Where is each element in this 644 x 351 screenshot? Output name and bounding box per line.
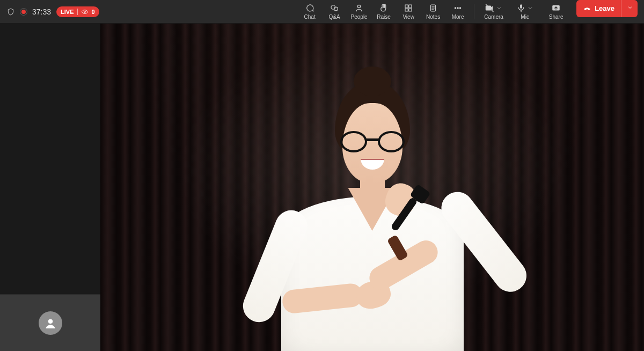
notes-icon bbox=[428, 3, 438, 13]
camera-off-icon bbox=[485, 3, 495, 13]
avatar-placeholder-icon bbox=[39, 311, 62, 335]
raise-hand-button[interactable]: Raise bbox=[372, 0, 396, 24]
leave-label: Leave bbox=[595, 4, 614, 12]
share-label: Share bbox=[549, 14, 564, 20]
more-button[interactable]: More bbox=[446, 0, 470, 24]
presenter-figure bbox=[249, 50, 496, 351]
chevron-down-icon[interactable] bbox=[527, 5, 533, 11]
leave-main[interactable]: Leave bbox=[576, 0, 621, 17]
toolbar: Chat Q&A People Raise View Notes bbox=[298, 0, 638, 24]
recording-indicator-icon bbox=[20, 9, 27, 15]
active-speaker-video[interactable] bbox=[100, 24, 644, 351]
svg-point-0 bbox=[84, 11, 85, 12]
leave-button[interactable]: Leave bbox=[576, 0, 638, 17]
svg-rect-4 bbox=[405, 5, 408, 8]
elapsed-timer: 37:33 bbox=[32, 8, 51, 16]
chat-button[interactable]: Chat bbox=[298, 0, 321, 24]
toolbar-separator bbox=[474, 4, 474, 19]
camera-button[interactable]: Camera bbox=[479, 0, 509, 24]
svg-point-10 bbox=[457, 8, 458, 9]
svg-point-15 bbox=[48, 319, 53, 324]
svg-point-3 bbox=[358, 5, 361, 8]
chat-icon bbox=[305, 3, 314, 13]
more-icon bbox=[453, 3, 463, 13]
hangup-icon bbox=[583, 4, 591, 13]
live-label: LIVE bbox=[61, 9, 74, 15]
pill-separator bbox=[77, 9, 78, 15]
view-button[interactable]: View bbox=[397, 0, 420, 24]
shield-icon[interactable] bbox=[6, 8, 15, 16]
top-bar: 37:33 LIVE 0 Chat Q&A People bbox=[0, 0, 644, 24]
app-frame: 37:33 LIVE 0 Chat Q&A People bbox=[0, 0, 644, 351]
more-label: More bbox=[452, 14, 464, 20]
self-video-thumbnail[interactable] bbox=[0, 294, 100, 351]
notes-label: Notes bbox=[426, 14, 440, 20]
people-button[interactable]: People bbox=[347, 0, 371, 24]
chevron-down-icon[interactable] bbox=[496, 5, 502, 11]
live-badge[interactable]: LIVE 0 bbox=[56, 6, 99, 17]
viewer-count: 0 bbox=[92, 9, 95, 15]
qa-icon bbox=[330, 3, 339, 13]
share-screen-icon bbox=[551, 3, 561, 13]
svg-rect-13 bbox=[520, 4, 522, 9]
people-label: People bbox=[351, 14, 368, 20]
eye-icon bbox=[81, 8, 89, 16]
camera-label: Camera bbox=[484, 14, 503, 20]
view-label: View bbox=[402, 14, 414, 20]
main-area bbox=[0, 24, 644, 351]
grid-view-icon bbox=[404, 3, 413, 13]
raise-hand-icon bbox=[379, 3, 389, 13]
people-icon bbox=[354, 3, 364, 13]
participant-sidebar bbox=[0, 24, 100, 351]
mic-button[interactable]: Mic bbox=[510, 0, 540, 24]
chat-label: Chat bbox=[304, 14, 316, 20]
svg-rect-6 bbox=[405, 9, 408, 11]
mic-label: Mic bbox=[521, 14, 529, 20]
chevron-down-icon bbox=[627, 4, 633, 11]
svg-point-9 bbox=[455, 8, 456, 9]
svg-point-1 bbox=[331, 5, 335, 10]
svg-rect-5 bbox=[409, 5, 412, 8]
svg-rect-7 bbox=[409, 9, 412, 11]
svg-point-11 bbox=[459, 8, 460, 9]
mic-icon bbox=[516, 3, 526, 13]
status-group: 37:33 LIVE 0 bbox=[6, 6, 99, 17]
leave-dropdown[interactable] bbox=[621, 4, 638, 12]
qa-label: Q&A bbox=[329, 14, 340, 20]
raise-hand-label: Raise bbox=[377, 14, 391, 20]
qa-button[interactable]: Q&A bbox=[323, 0, 346, 24]
share-button[interactable]: Share bbox=[541, 0, 571, 24]
notes-button[interactable]: Notes bbox=[421, 0, 445, 24]
